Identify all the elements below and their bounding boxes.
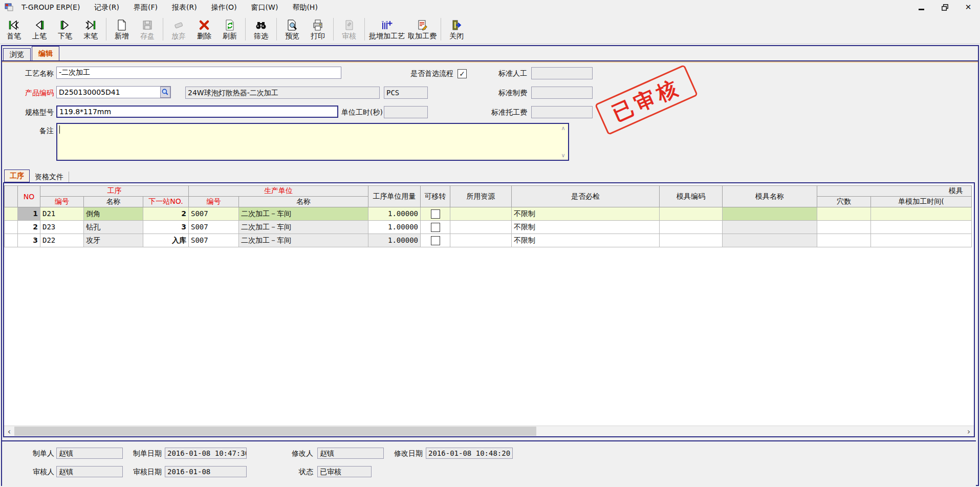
spec-input[interactable] bbox=[56, 105, 338, 118]
cell-mold-time[interactable] bbox=[871, 221, 972, 234]
scroll-left-button[interactable]: ‹ bbox=[4, 426, 14, 436]
minimize-button[interactable] bbox=[917, 3, 926, 12]
std-outsource-label: 标准托工费 bbox=[466, 105, 527, 119]
cell-process-code[interactable]: D21 bbox=[40, 207, 84, 221]
toolbar-button-delete[interactable]: 删除 bbox=[191, 16, 217, 43]
toolbar-button-preview[interactable]: 预览 bbox=[279, 16, 305, 43]
cell-must-check[interactable]: 不限制 bbox=[512, 207, 660, 221]
std-outsource-field bbox=[531, 106, 593, 118]
transfer-checkbox[interactable] bbox=[431, 223, 440, 232]
grid-header: NO工序编号名称下一站NO.生产单位编号名称工序单位用量可移转所用资源是否必检模… bbox=[4, 185, 972, 207]
toolbar-button-new[interactable]: 新增 bbox=[109, 16, 135, 43]
prev-icon bbox=[33, 18, 46, 31]
batch-add-icon bbox=[381, 18, 393, 31]
cell-unit-code[interactable]: S007 bbox=[189, 207, 239, 221]
tab-edit[interactable]: 编辑 bbox=[32, 46, 59, 61]
modifier-field: 赵镇 bbox=[317, 448, 384, 459]
cell-resource[interactable] bbox=[450, 221, 512, 234]
cell-qty[interactable]: 1.00000 bbox=[368, 234, 421, 247]
toolbar-button-first[interactable]: 首笔 bbox=[1, 16, 27, 43]
preferred-checkbox[interactable]: ✓ bbox=[458, 69, 467, 78]
cell-must-check[interactable]: 不限制 bbox=[512, 234, 660, 247]
toolbar-button-refresh[interactable]: 刷新 bbox=[217, 16, 243, 43]
scroll-down-icon[interactable]: ∨ bbox=[561, 152, 565, 159]
cell-transferable[interactable] bbox=[421, 234, 450, 247]
toolbar-button-next[interactable]: 下笔 bbox=[52, 16, 78, 43]
menu-item-2[interactable]: 界面(F) bbox=[126, 0, 165, 14]
menu-item-5[interactable]: 窗口(W) bbox=[244, 0, 286, 14]
cell-next-station[interactable]: 2 bbox=[143, 207, 189, 221]
grid-header-resource: 所用资源 bbox=[450, 186, 512, 207]
product-lookup-button[interactable] bbox=[160, 87, 170, 98]
text-caret bbox=[59, 125, 60, 134]
cell-qty[interactable]: 1.00000 bbox=[368, 207, 421, 221]
toolbar-separator bbox=[364, 18, 365, 40]
menu-item-4[interactable]: 操作(O) bbox=[204, 0, 244, 14]
toolbar-button-print[interactable]: 打印 bbox=[305, 16, 331, 43]
grid-group-process: 工序 bbox=[40, 186, 189, 197]
tab-process[interactable]: 工序 bbox=[4, 170, 30, 182]
cell-unit-code[interactable]: S007 bbox=[189, 234, 239, 247]
menu-item-0[interactable]: T-GROUP ERP(E) bbox=[14, 0, 87, 14]
cell-resource[interactable] bbox=[450, 234, 512, 247]
tab-browse[interactable]: 浏览 bbox=[3, 48, 31, 61]
toolbar-button-audit[interactable]: 审核 bbox=[336, 16, 362, 43]
toolbar-button-filter[interactable]: 筛选 bbox=[248, 16, 274, 43]
cell-transferable[interactable] bbox=[421, 221, 450, 234]
toolbar-button-discard[interactable]: 放弃 bbox=[166, 16, 191, 43]
toolbar-separator bbox=[245, 18, 246, 40]
toolbar-separator bbox=[106, 18, 106, 40]
cell-process-code[interactable]: D22 bbox=[40, 234, 84, 247]
toolbar-button-fee[interactable]: 取加工费 bbox=[406, 16, 438, 43]
delete-icon bbox=[198, 18, 210, 31]
cell-must-check[interactable]: 不限制 bbox=[512, 221, 660, 234]
transfer-checkbox[interactable] bbox=[431, 209, 440, 219]
audit-icon bbox=[343, 18, 355, 31]
scrollbar-thumb[interactable] bbox=[14, 427, 536, 436]
refresh-icon bbox=[224, 18, 236, 31]
craft-name-input[interactable] bbox=[56, 67, 341, 79]
grid-group-mold: 模具 bbox=[817, 186, 972, 197]
grid-horizontal-scrollbar[interactable]: ‹ › bbox=[4, 426, 974, 436]
tab-qualification-files[interactable]: 资格文件 bbox=[30, 172, 69, 182]
cell-mold-code[interactable] bbox=[660, 234, 723, 247]
cell-mold-time[interactable] bbox=[871, 234, 972, 247]
restore-button[interactable] bbox=[940, 3, 949, 12]
toolbar-button-last[interactable]: 末笔 bbox=[78, 16, 103, 43]
grid-row-3[interactable]: 3D22攻牙入库S007二次加工－车间1.00000不限制 bbox=[4, 234, 972, 247]
product-code-input[interactable] bbox=[56, 86, 171, 98]
grid-header-check: 是否必检 bbox=[512, 186, 660, 207]
toolbar-button-prev[interactable]: 上笔 bbox=[27, 16, 52, 43]
last-icon bbox=[84, 18, 97, 31]
cell-next-station[interactable]: 入库 bbox=[143, 234, 189, 247]
transfer-checkbox[interactable] bbox=[431, 236, 440, 245]
cell-process-code[interactable]: D23 bbox=[40, 221, 84, 234]
grid-header-indicator bbox=[5, 186, 18, 207]
remark-input[interactable]: ∧ ∨ bbox=[56, 123, 569, 161]
cell-mold-time[interactable] bbox=[871, 207, 972, 221]
cell-mold-code[interactable] bbox=[660, 221, 723, 234]
scroll-up-icon[interactable]: ∧ bbox=[561, 125, 565, 132]
menu-item-6[interactable]: 帮助(H) bbox=[285, 0, 324, 14]
close-button[interactable]: ✕ bbox=[964, 3, 973, 12]
main-tab-strip: 浏览 编辑 bbox=[3, 46, 60, 61]
menu-item-3[interactable]: 报表(R) bbox=[165, 0, 204, 14]
cell-transferable[interactable] bbox=[421, 207, 450, 221]
cell-resource[interactable] bbox=[450, 207, 512, 221]
toolbar-button-batch-add[interactable]: 批增加工艺 bbox=[367, 16, 406, 43]
grid-row-1[interactable]: 1D21倒角2S007二次加工－车间1.00000不限制 bbox=[4, 207, 972, 221]
cell-next-station[interactable]: 3 bbox=[143, 221, 189, 234]
toolbar-button-close-door[interactable]: 关闭 bbox=[444, 16, 469, 43]
magnifier-icon bbox=[161, 88, 169, 96]
scroll-right-button[interactable]: › bbox=[964, 426, 974, 436]
cell-cavity[interactable] bbox=[817, 234, 871, 247]
cell-qty[interactable]: 1.00000 bbox=[368, 221, 421, 234]
cell-cavity[interactable] bbox=[817, 221, 871, 234]
menu-item-1[interactable]: 记录(R) bbox=[87, 0, 126, 14]
cell-unit-code[interactable]: S007 bbox=[189, 221, 239, 234]
remark-scrollbar[interactable]: ∧ ∨ bbox=[559, 125, 567, 159]
toolbar-button-save[interactable]: 存盘 bbox=[135, 16, 160, 43]
cell-mold-code[interactable] bbox=[660, 207, 723, 221]
cell-cavity[interactable] bbox=[817, 207, 871, 221]
grid-row-2[interactable]: 2D23钻孔3S007二次加工－车间1.00000不限制 bbox=[4, 221, 972, 234]
